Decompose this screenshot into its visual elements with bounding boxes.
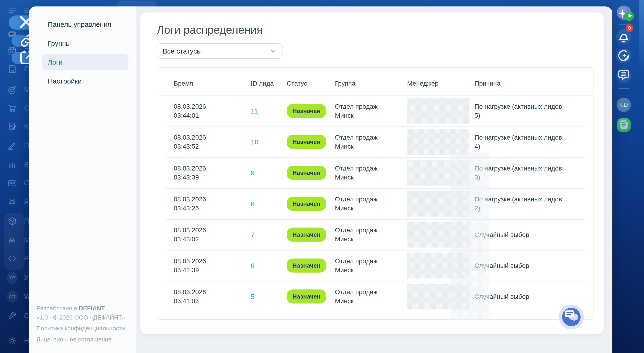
status-filter-select[interactable]: Все статусы <box>156 44 283 59</box>
log-time: 08.03.2026, 03:43:52 <box>174 133 215 151</box>
column-header: ID лида <box>251 80 274 87</box>
background-sidebar-item: K <box>7 121 29 132</box>
status-cell: Назначен <box>287 228 326 242</box>
background-item-label: P <box>24 254 29 263</box>
android-icon <box>7 197 18 208</box>
wrench-icon <box>7 310 18 321</box>
table-header: ВремяID лидаСтатусГруппаМенеджерПричина <box>157 68 594 96</box>
drawer-menu-item-3[interactable]: Логи <box>42 54 128 70</box>
status-cell: Назначен <box>287 290 326 304</box>
version-line: v1.0 · © 2026 ООО «ДЕФАЙНТ» <box>36 313 125 322</box>
column-header: Статус <box>287 80 307 87</box>
manager-redacted <box>407 222 470 248</box>
lead-id-link[interactable]: 9 <box>251 168 255 178</box>
close-drawer-button[interactable] <box>9 16 30 30</box>
reason-cell: Случайный выбор <box>474 261 567 270</box>
status-cell: Назначен <box>287 197 326 211</box>
group-cell: Отдел продаж Минск <box>335 102 386 120</box>
drawer-menu-item-4[interactable]: Настройки <box>42 73 128 89</box>
background-sidebar-item: П <box>7 140 29 151</box>
reason-cell: По нагрузке (активных лидов: 2) <box>474 195 567 213</box>
target-icon <box>7 85 18 95</box>
log-time: 08.03.2026, 03:43:02 <box>174 226 215 244</box>
table-row: 08.03.2026, 03:41:03 5 Назначен Отдел пр… <box>157 281 594 320</box>
lead-id-link[interactable]: 10 <box>251 138 258 146</box>
manager-redacted <box>407 191 470 217</box>
ai-sparkle-icon <box>616 48 631 64</box>
external-link-icon <box>12 48 30 67</box>
log-time: 08.03.2026, 03:44:01 <box>174 102 215 120</box>
badge: УР <box>7 272 18 283</box>
manager-redacted <box>407 129 470 155</box>
reason-cell: По нагрузке (активных лидов: 5) <box>474 102 567 120</box>
lead-id-link[interactable]: 8 <box>251 199 255 208</box>
lead-id-link[interactable]: 5 <box>251 292 255 301</box>
status-filter-value: Все статусы <box>162 47 202 55</box>
background-item-label: H <box>24 336 29 345</box>
background-sidebar-item: C <box>7 178 29 188</box>
drawer-menu-column: Панель управленияГруппыЛогиНастройки Раз… <box>29 6 136 353</box>
ai-assistant-button[interactable] <box>616 49 631 64</box>
background-sidebar-item: M <box>7 235 30 246</box>
wave-icon <box>7 235 18 246</box>
status-badge: Назначен <box>287 228 326 242</box>
code-icon <box>7 253 18 264</box>
background-item-label: П <box>24 142 29 150</box>
translate-chat-button[interactable] <box>616 68 631 83</box>
page-title: Логи распределения <box>157 24 263 36</box>
privacy-policy-link[interactable]: Политика конфиденциальности <box>36 324 125 333</box>
reason-cell: По нагрузке (активных лидов: 4) <box>474 133 567 151</box>
reason-cell: Случайный выбор <box>474 292 567 301</box>
logs-table: ВремяID лидаСтатусГруппаМенеджерПричина … <box>157 67 594 320</box>
notes-app-button[interactable] <box>617 118 630 132</box>
log-time: 08.03.2026, 03:42:39 <box>174 256 215 274</box>
background-item-label: K <box>24 122 29 130</box>
right-dock-rail: 9 KD <box>612 0 644 353</box>
open-external-button[interactable] <box>12 52 30 64</box>
notification-count-badge: 9 <box>626 24 634 32</box>
lead-id-link[interactable]: 11 <box>251 106 258 116</box>
drawer-menu-item-1[interactable]: Панель управления <box>42 16 128 32</box>
support-chat-button[interactable] <box>562 308 580 326</box>
play-badge[interactable] <box>624 11 634 21</box>
background-sidebar-item: P <box>7 253 29 264</box>
background-item-label: B <box>24 160 29 169</box>
background-sidebar-item: A <box>7 197 29 208</box>
log-time: 08.03.2026, 03:43:26 <box>174 195 215 213</box>
column-header: Время <box>174 80 193 87</box>
cart-icon <box>7 103 18 114</box>
status-cell: Назначен <box>287 104 326 118</box>
table-row: 08.03.2026, 03:43:39 9 Назначен Отдел пр… <box>157 157 594 188</box>
group-cell: Отдел продаж Минск <box>335 226 386 244</box>
group-cell: Отдел продаж Минск <box>335 133 386 151</box>
developed-line: Разработано в DEFIANT <box>36 304 125 313</box>
pencil-icon <box>7 140 18 151</box>
log-time: 08.03.2026, 03:43:39 <box>174 164 215 182</box>
gear-icon <box>7 336 18 346</box>
user-avatar[interactable]: KD <box>616 98 631 112</box>
background-sidebar-item: УРУ <box>7 272 28 283</box>
chat-arrows-icon <box>616 68 631 84</box>
log-time: 08.03.2026, 03:41:03 <box>174 288 215 306</box>
manager-redacted <box>407 98 470 124</box>
background-sidebar-item: H <box>7 336 29 346</box>
background-item-label: C <box>24 312 29 320</box>
reason-cell: По нагрузке (активных лидов: 3) <box>474 164 567 182</box>
lead-id-link[interactable]: 7 <box>251 230 255 239</box>
status-badge: Назначен <box>287 259 326 273</box>
license-agreement-link[interactable]: Лицензионное соглашение <box>36 334 125 344</box>
background-item-label: C <box>24 179 29 187</box>
manager-redacted <box>407 253 470 278</box>
copy-link-button[interactable] <box>12 35 30 47</box>
background-sidebar-item: C <box>7 103 29 114</box>
background-sidebar-item: M <box>7 85 30 95</box>
lead-id-link[interactable]: 6 <box>251 261 255 270</box>
background-item-label: У <box>24 274 28 282</box>
drawer-menu-item-2[interactable]: Группы <box>42 35 128 52</box>
group-cell: Отдел продаж Минск <box>335 256 386 274</box>
column-header: Менеджер <box>407 80 438 87</box>
notes-app-icon <box>617 118 630 132</box>
table-row: 08.03.2026, 03:43:02 7 Назначен Отдел пр… <box>157 219 594 250</box>
chat-icon <box>562 307 580 327</box>
chevron-down-icon <box>270 48 276 54</box>
